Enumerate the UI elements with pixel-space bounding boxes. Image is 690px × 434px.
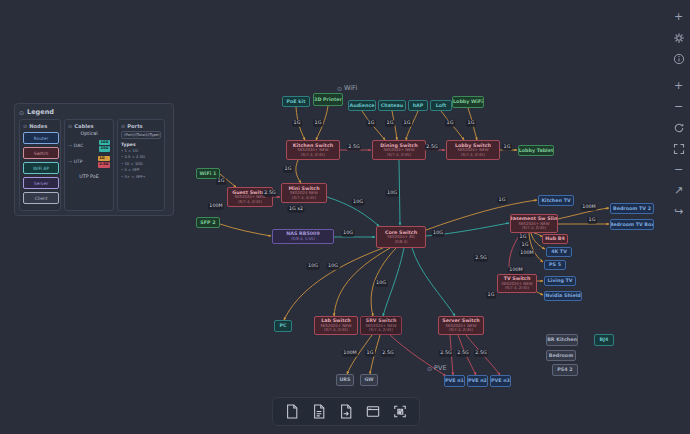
node-kitchen-tv[interactable]: Kitchen TV [538, 195, 574, 206]
legend-nodes-card: ⊙ Nodes RouterSwitchWiFi APServerClient [19, 119, 61, 211]
fit-view-button[interactable] [670, 140, 687, 157]
legend-ports-card: ⊙ Ports (Port)/(Total)/(Type) Types 1 = … [117, 119, 165, 211]
info-button[interactable] [670, 50, 687, 67]
cable-label: UTP [74, 159, 83, 164]
scan-code-button[interactable] [393, 403, 407, 420]
node-pc[interactable]: PC [274, 320, 292, 332]
node-title: Lobby Tablet [519, 148, 554, 154]
node-bedroom[interactable]: Bedroom [546, 350, 576, 361]
node-lobby-tablet[interactable]: Lobby Tablet [518, 145, 554, 156]
document-export-button[interactable] [339, 403, 353, 420]
diagram-canvas[interactable]: PoE kit3D PrinterAudienceChateauhAPLoftL… [0, 0, 690, 434]
node-subtitle: (S/7.4, 2/45) [461, 153, 485, 158]
node-tv-switch[interactable]: TV SwitchSKS2024+ NEW(S/7.4, 2/45) [497, 274, 537, 293]
collapse-button[interactable]: − [670, 161, 687, 178]
node-dining-switch[interactable]: Dining SwitchSKS2024+ NEW(S/7.4, 2/45) [372, 140, 426, 160]
port-type-item: S+ = SFP+ [121, 174, 161, 180]
node-srv-switch[interactable]: SRV SwitchSKS2024+ NEW(S/7.4, 2/45) [360, 316, 402, 335]
node-basement-slim[interactable]: Basement Sw SlimSKS2024+ NEW(S/7.4, 2/45… [510, 214, 558, 233]
node-lobby-switch[interactable]: Lobby SwitchSKS2024+ NEW(S/7.4, 2/45) [446, 140, 500, 160]
edge [392, 111, 397, 140]
minus-icon: − [674, 101, 683, 112]
edge [220, 174, 236, 187]
node-sfp-2[interactable]: SFP 2 [196, 217, 220, 228]
edge [334, 248, 390, 316]
node-gw[interactable]: GW [360, 374, 378, 386]
cable-label: DAC [74, 143, 84, 148]
node-bedroom-tvbox[interactable]: Bedroom TV Box [610, 219, 654, 230]
node-nas[interactable]: NAS RB5009(S/8.4, 1/45) [272, 229, 334, 244]
zoom-in-button[interactable]: + [670, 77, 687, 94]
node-title: SFP 2 [200, 220, 215, 226]
edge [406, 111, 418, 140]
bottom-toolbar [272, 397, 420, 426]
node-title: PoE kit [287, 99, 306, 105]
node-ap-loft[interactable]: Loft [430, 100, 452, 111]
network-diagram-app: PoE kit3D PrinterAudienceChateauhAPLoftL… [0, 0, 690, 434]
node-poe-kit[interactable]: PoE kit [282, 96, 310, 107]
node-living-tv[interactable]: Living TV [544, 276, 576, 286]
port-types-title: Types [121, 142, 161, 147]
minus-icon: − [674, 164, 683, 175]
edge [529, 233, 543, 262]
legend-panel: ⊙ Legend ⊙ Nodes RouterSwitchWiFi APServ… [14, 103, 174, 216]
node-lobby-wifi[interactable]: Lobby WiFi [452, 96, 484, 108]
info-icon [673, 53, 685, 65]
node-urs[interactable]: URS [336, 374, 354, 386]
node-title: Loft [436, 103, 447, 109]
node-ps4-2[interactable]: PS4 2 [552, 364, 578, 376]
gear-icon [673, 32, 685, 44]
document-text-button[interactable] [312, 403, 326, 420]
file-text-icon [312, 403, 326, 420]
node-wifi-1[interactable]: WiFi 1 [196, 168, 220, 179]
share-button[interactable]: ↗ [670, 182, 687, 199]
speed-chip: 25G [99, 146, 110, 151]
forward-button[interactable]: ↪ [670, 203, 687, 220]
node-core-switch[interactable]: Core SwitchSKS2024+ 8G(S/8.4) [376, 226, 426, 248]
edge [371, 248, 396, 316]
node-br-kitchen[interactable]: BR Kitchen [546, 334, 578, 346]
open-window-button[interactable] [366, 403, 380, 420]
plus-icon: + [674, 11, 683, 22]
file-arrow-icon [339, 403, 353, 420]
node-nvidia-shield[interactable]: Nvidia Shield [544, 291, 582, 301]
node-subtitle: (S/7.4, 2/45) [238, 200, 262, 205]
zoom-out-button[interactable]: − [670, 98, 687, 115]
node-title: Bedroom [549, 353, 573, 359]
node-guest-switch[interactable]: Guest SwitchSKS2024+ NEW(S/7.4, 2/45) [227, 187, 273, 207]
node-subtitle: (S/8.4) [394, 240, 407, 245]
node-bj4[interactable]: BJ4 [594, 334, 614, 346]
node-lab-switch[interactable]: Lab SwitchSKS2024+ NEW(S/7.4, 2/45) [314, 316, 358, 335]
node-title: Bedroom TV 2 [613, 206, 651, 212]
node-printer-3d[interactable]: 3D Printer [313, 93, 343, 106]
node-pve-n1[interactable]: PVE n1 [444, 375, 465, 387]
node-title: BR Kitchen [547, 337, 577, 343]
node-ap-audience[interactable]: Audience [348, 100, 376, 111]
node-mini-switch[interactable]: Mini SwitchSKS2024 NEW(S/7.4, 4/45) [281, 183, 327, 203]
legend-node-client: Client [23, 192, 59, 204]
edge [316, 106, 328, 140]
new-document-button[interactable] [285, 403, 299, 420]
node-subtitle: (S/7.4, 2/45) [449, 328, 473, 333]
node-pve-n3[interactable]: PVE n3 [490, 375, 511, 387]
reset-view-button[interactable] [670, 119, 687, 136]
node-kitchen-switch[interactable]: Kitchen SwitchSKS2024+ NEW(S/7.4, 2/45) [286, 140, 340, 160]
file-blank-icon [285, 403, 299, 420]
node-hub-b4[interactable]: Hub B4 [542, 234, 568, 244]
legend-node-switch: Switch [23, 147, 59, 159]
settings-button[interactable] [670, 29, 687, 46]
node-subtitle: (S/7.4, 2/45) [369, 328, 393, 333]
edge [347, 335, 372, 374]
node-bedroom-tv2[interactable]: Bedroom TV 2 [610, 203, 654, 214]
node-title: PC [279, 323, 286, 329]
redo-icon: ↪ [674, 206, 683, 217]
speed-chip: 2.5G [98, 162, 110, 167]
add-button[interactable]: + [670, 8, 687, 25]
edge [441, 111, 464, 140]
node-ps-5[interactable]: PS 5 [544, 260, 566, 270]
node-server-switch[interactable]: Server SwitchSKS2024+ NEW(S/7.4, 2/45) [438, 316, 484, 335]
node-tv-4k[interactable]: 4K TV [546, 247, 572, 257]
node-pve-n2[interactable]: PVE n2 [467, 375, 488, 387]
node-ap-hap[interactable]: hAP [408, 100, 428, 111]
node-ap-chateau[interactable]: Chateau [378, 100, 406, 111]
